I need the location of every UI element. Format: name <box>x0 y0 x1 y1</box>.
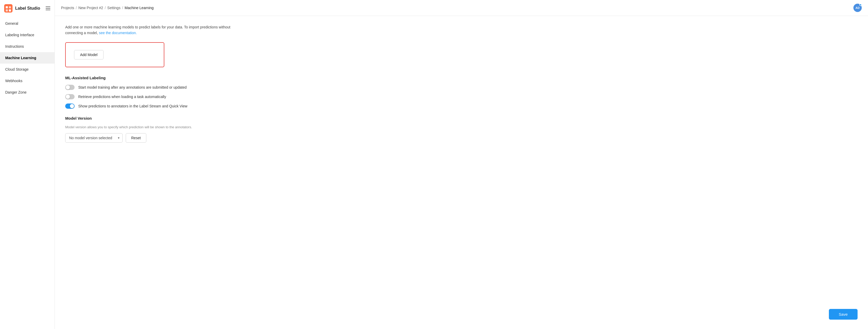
sidebar-item-labeling-interface[interactable]: Labeling Interface <box>0 29 55 41</box>
description-main: Add one or more machine learning models … <box>65 25 230 35</box>
toggle-show-predictions[interactable] <box>65 103 74 109</box>
breadcrumb-sep-3: / <box>122 6 123 10</box>
documentation-link[interactable]: see the documentation. <box>99 31 137 35</box>
toggle-retrieve-predictions[interactable] <box>65 94 74 99</box>
breadcrumb: Projects / New Project #2 / Settings / M… <box>61 6 154 10</box>
main-content: Projects / New Project #2 / Settings / M… <box>55 0 868 329</box>
toggle-row-show: Show predictions to annotators in the La… <box>65 103 858 109</box>
model-version-title: Model Version <box>65 116 858 121</box>
breadcrumb-project[interactable]: New Project #2 <box>78 6 103 10</box>
avatar-online-dot <box>859 4 862 6</box>
sidebar: Label Studio General Labeling Interface … <box>0 0 55 329</box>
avatar-initials: AD <box>856 6 860 9</box>
content-area: Add one or more machine learning models … <box>55 16 868 329</box>
model-version-section: Model Version Model version allows you t… <box>65 116 858 142</box>
svg-rect-3 <box>6 9 8 11</box>
sidebar-item-webhooks[interactable]: Webhooks <box>0 75 55 87</box>
sidebar-item-machine-learning[interactable]: Machine Learning <box>0 52 55 64</box>
ml-section-title: ML-Assisted Labeling <box>65 76 858 80</box>
toggle-label-show: Show predictions to annotators in the La… <box>78 104 187 108</box>
sidebar-nav: General Labeling Interface Instructions … <box>0 18 55 98</box>
model-version-controls: No model version selected ▾ Reset <box>65 133 858 142</box>
page-description: Add one or more machine learning models … <box>65 24 243 36</box>
svg-rect-4 <box>9 9 11 11</box>
toggle-row-retrieve: Retrieve predictions when loading a task… <box>65 94 858 99</box>
breadcrumb-ml: Machine Learning <box>125 6 154 10</box>
toggle-row-train: Start model training after any annotatio… <box>65 85 858 90</box>
sidebar-header: Label Studio <box>0 4 55 18</box>
add-model-box: Add Model <box>65 42 164 67</box>
topbar: Projects / New Project #2 / Settings / M… <box>55 0 868 16</box>
toggle-label-train: Start model training after any annotatio… <box>78 85 187 90</box>
logo-text: Label Studio <box>15 6 40 11</box>
sidebar-item-general[interactable]: General <box>0 18 55 29</box>
toggle-thumb-2 <box>66 95 70 99</box>
add-model-button[interactable]: Add Model <box>74 50 103 60</box>
sidebar-item-cloud-storage[interactable]: Cloud Storage <box>0 64 55 75</box>
toggle-train-after-annotation[interactable] <box>65 85 74 90</box>
logo-icon <box>4 4 12 12</box>
avatar[interactable]: AD <box>854 4 862 12</box>
hamburger-menu[interactable] <box>45 6 50 10</box>
toggle-label-retrieve: Retrieve predictions when loading a task… <box>78 95 166 99</box>
toggle-thumb-1 <box>66 85 70 90</box>
breadcrumb-sep-1: / <box>76 6 77 10</box>
sidebar-item-instructions[interactable]: Instructions <box>0 41 55 52</box>
svg-rect-2 <box>9 6 11 8</box>
model-version-description: Model version allows you to specify whic… <box>65 125 858 129</box>
model-select-wrapper: No model version selected ▾ <box>65 133 123 142</box>
breadcrumb-sep-2: / <box>104 6 105 10</box>
ml-assisted-section: ML-Assisted Labeling Start model trainin… <box>65 76 858 109</box>
svg-rect-1 <box>6 6 8 8</box>
breadcrumb-projects[interactable]: Projects <box>61 6 74 10</box>
sidebar-item-danger-zone[interactable]: Danger Zone <box>0 87 55 98</box>
breadcrumb-settings[interactable]: Settings <box>107 6 121 10</box>
reset-button[interactable]: Reset <box>126 133 146 142</box>
toggle-thumb-3 <box>70 104 74 108</box>
svg-rect-0 <box>4 4 12 12</box>
model-version-select[interactable]: No model version selected <box>65 133 123 142</box>
save-button[interactable]: Save <box>829 309 858 320</box>
